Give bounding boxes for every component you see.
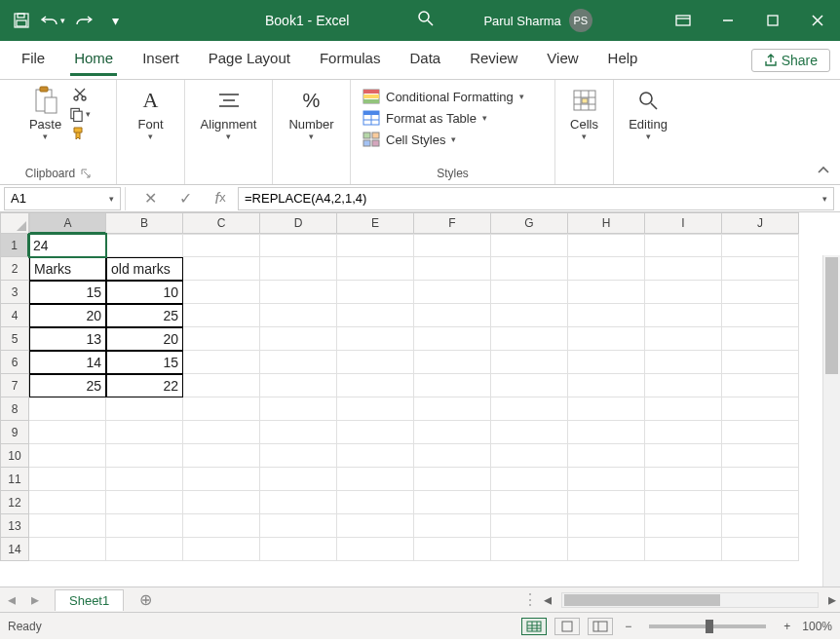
- cell[interactable]: [491, 514, 568, 538]
- cell[interactable]: [645, 234, 722, 257]
- cell[interactable]: [337, 257, 414, 281]
- normal-view-icon[interactable]: [521, 618, 547, 635]
- cell[interactable]: [722, 514, 799, 538]
- cell[interactable]: [568, 468, 645, 491]
- cell[interactable]: [337, 327, 414, 351]
- cell[interactable]: [568, 374, 645, 397]
- row-header[interactable]: 14: [0, 538, 29, 561]
- cell[interactable]: [491, 421, 568, 444]
- cell[interactable]: [645, 468, 722, 491]
- cell[interactable]: [568, 257, 645, 281]
- cell[interactable]: old marks: [106, 257, 183, 281]
- zoom-level[interactable]: 100%: [802, 620, 832, 633]
- cell[interactable]: [414, 514, 491, 538]
- row-header[interactable]: 9: [0, 421, 29, 444]
- cell[interactable]: [183, 397, 260, 421]
- cell[interactable]: [337, 351, 414, 374]
- cell[interactable]: [722, 351, 799, 374]
- cell[interactable]: 20: [106, 327, 183, 351]
- cell[interactable]: [29, 444, 106, 468]
- cell[interactable]: 25: [106, 304, 183, 327]
- editing-button[interactable]: Editing▾: [625, 86, 671, 141]
- cell-styles-button[interactable]: Cell Styles▾: [363, 129, 547, 150]
- row-header[interactable]: 8: [0, 397, 29, 421]
- cell[interactable]: 24: [29, 234, 106, 257]
- cell[interactable]: [260, 397, 337, 421]
- cell[interactable]: [414, 281, 491, 304]
- cell[interactable]: [260, 538, 337, 561]
- cell[interactable]: [645, 514, 722, 538]
- share-button[interactable]: Share: [751, 49, 830, 72]
- cell[interactable]: [414, 491, 491, 514]
- cell[interactable]: [722, 444, 799, 468]
- maximize-icon[interactable]: [750, 0, 795, 41]
- cell[interactable]: [106, 514, 183, 538]
- font-button[interactable]: A Font▾: [133, 86, 170, 141]
- cell[interactable]: [722, 468, 799, 491]
- cell[interactable]: [491, 351, 568, 374]
- add-sheet-icon[interactable]: ⊕: [139, 590, 152, 609]
- cell[interactable]: [568, 421, 645, 444]
- cell[interactable]: 15: [106, 351, 183, 374]
- cell[interactable]: [645, 491, 722, 514]
- cell[interactable]: [260, 491, 337, 514]
- cell[interactable]: [337, 374, 414, 397]
- tab-insert[interactable]: Insert: [131, 44, 191, 76]
- cell[interactable]: [183, 444, 260, 468]
- row-header[interactable]: 4: [0, 304, 29, 327]
- tab-home[interactable]: Home: [62, 44, 125, 76]
- cell[interactable]: [337, 444, 414, 468]
- tab-view[interactable]: View: [535, 44, 590, 76]
- horizontal-scrollbar[interactable]: [561, 592, 819, 608]
- cell[interactable]: 25: [29, 374, 106, 397]
- zoom-out-icon[interactable]: −: [621, 620, 635, 633]
- cell[interactable]: [645, 538, 722, 561]
- cell[interactable]: [645, 421, 722, 444]
- row-header[interactable]: 6: [0, 351, 29, 374]
- cell[interactable]: [29, 491, 106, 514]
- cell[interactable]: Marks: [29, 257, 106, 281]
- cell[interactable]: [722, 397, 799, 421]
- cell[interactable]: [260, 444, 337, 468]
- cell[interactable]: [183, 468, 260, 491]
- col-header-F[interactable]: F: [414, 212, 491, 234]
- cell[interactable]: [722, 491, 799, 514]
- cell[interactable]: 22: [106, 374, 183, 397]
- cell[interactable]: [568, 281, 645, 304]
- row-header[interactable]: 1: [0, 234, 29, 257]
- col-header-A[interactable]: A: [29, 212, 106, 234]
- cell[interactable]: [29, 538, 106, 561]
- cell[interactable]: [568, 444, 645, 468]
- cell[interactable]: [414, 351, 491, 374]
- col-header-B[interactable]: B: [106, 212, 183, 234]
- cell[interactable]: [183, 421, 260, 444]
- cell[interactable]: [183, 514, 260, 538]
- cell[interactable]: [645, 281, 722, 304]
- formula-input[interactable]: =REPLACE(A4,2,1,4) ▾: [238, 187, 834, 210]
- cell[interactable]: [337, 234, 414, 257]
- hscroll-left-icon[interactable]: ◂: [540, 590, 555, 609]
- cell[interactable]: [337, 281, 414, 304]
- cell[interactable]: [491, 234, 568, 257]
- cell[interactable]: [183, 281, 260, 304]
- cell[interactable]: [722, 327, 799, 351]
- cell[interactable]: [414, 234, 491, 257]
- format-as-table-button[interactable]: Format as Table▾: [363, 107, 547, 129]
- cell[interactable]: [722, 281, 799, 304]
- cancel-formula-icon[interactable]: ✕: [133, 189, 168, 208]
- cell[interactable]: [491, 327, 568, 351]
- cell[interactable]: [722, 374, 799, 397]
- cell[interactable]: [29, 421, 106, 444]
- cell[interactable]: [260, 327, 337, 351]
- tab-review[interactable]: Review: [458, 44, 529, 76]
- cell[interactable]: [260, 351, 337, 374]
- search-icon[interactable]: [417, 10, 435, 31]
- minimize-icon[interactable]: [706, 0, 750, 41]
- cut-icon[interactable]: [69, 86, 91, 103]
- cell[interactable]: [337, 304, 414, 327]
- row-header[interactable]: 13: [0, 514, 29, 538]
- col-header-E[interactable]: E: [337, 212, 414, 234]
- col-header-G[interactable]: G: [491, 212, 568, 234]
- cell[interactable]: [568, 397, 645, 421]
- alignment-button[interactable]: Alignment▾: [197, 86, 261, 141]
